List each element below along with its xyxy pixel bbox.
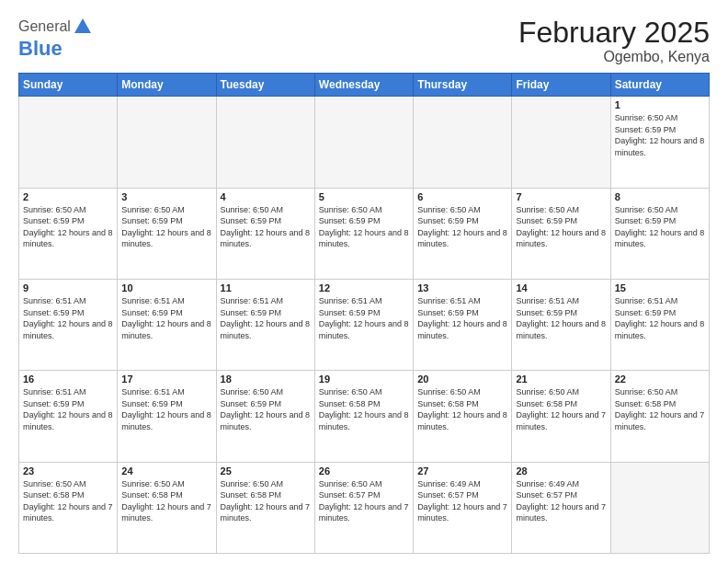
weekday-header-saturday: Saturday — [610, 74, 709, 97]
day-info: Sunrise: 6:50 AM Sunset: 6:58 PM Dayligh… — [615, 386, 705, 432]
calendar-cell: 12Sunrise: 6:51 AM Sunset: 6:59 PM Dayli… — [314, 279, 413, 370]
day-number: 13 — [417, 282, 507, 293]
day-number: 24 — [121, 465, 211, 477]
calendar-cell: 23Sunrise: 6:50 AM Sunset: 6:58 PM Dayli… — [19, 462, 118, 553]
calendar-table: SundayMondayTuesdayWednesdayThursdayFrid… — [18, 73, 710, 554]
calendar-cell — [19, 97, 118, 188]
weekday-header-friday: Friday — [512, 74, 610, 97]
weekday-header-thursday: Thursday — [414, 74, 512, 97]
page: General Blue February 2025 Ogembo, Kenya… — [0, 0, 728, 563]
day-number: 8 — [615, 191, 705, 202]
calendar-cell: 22Sunrise: 6:50 AM Sunset: 6:58 PM Dayli… — [610, 371, 709, 462]
calendar-cell: 4Sunrise: 6:50 AM Sunset: 6:59 PM Daylig… — [216, 188, 314, 279]
day-info: Sunrise: 6:50 AM Sunset: 6:59 PM Dayligh… — [615, 112, 705, 158]
calendar-cell: 24Sunrise: 6:50 AM Sunset: 6:58 PM Dayli… — [118, 462, 216, 553]
weekday-header-tuesday: Tuesday — [216, 74, 314, 97]
day-number: 9 — [23, 282, 113, 293]
logo-icon — [73, 17, 93, 37]
day-info: Sunrise: 6:51 AM Sunset: 6:59 PM Dayligh… — [121, 295, 211, 341]
day-number: 21 — [516, 373, 606, 385]
day-info: Sunrise: 6:50 AM Sunset: 6:59 PM Dayligh… — [221, 204, 311, 250]
day-info: Sunrise: 6:51 AM Sunset: 6:59 PM Dayligh… — [615, 295, 705, 341]
day-number: 12 — [319, 282, 409, 293]
day-number: 27 — [417, 465, 507, 477]
day-number: 2 — [23, 191, 113, 202]
calendar-cell: 2Sunrise: 6:50 AM Sunset: 6:59 PM Daylig… — [19, 188, 118, 279]
day-info: Sunrise: 6:51 AM Sunset: 6:59 PM Dayligh… — [23, 295, 113, 341]
day-info: Sunrise: 6:50 AM Sunset: 6:59 PM Dayligh… — [615, 204, 705, 250]
day-info: Sunrise: 6:50 AM Sunset: 6:58 PM Dayligh… — [221, 478, 311, 524]
day-info: Sunrise: 6:50 AM Sunset: 6:59 PM Dayligh… — [417, 204, 507, 250]
calendar-cell: 9Sunrise: 6:51 AM Sunset: 6:59 PM Daylig… — [19, 279, 118, 370]
day-info: Sunrise: 6:51 AM Sunset: 6:59 PM Dayligh… — [319, 295, 409, 341]
calendar-cell: 27Sunrise: 6:49 AM Sunset: 6:57 PM Dayli… — [414, 462, 512, 553]
day-info: Sunrise: 6:51 AM Sunset: 6:59 PM Dayligh… — [417, 295, 507, 341]
logo: General Blue — [18, 17, 93, 61]
day-info: Sunrise: 6:50 AM Sunset: 6:59 PM Dayligh… — [221, 386, 311, 432]
day-info: Sunrise: 6:50 AM Sunset: 6:58 PM Dayligh… — [417, 386, 507, 432]
calendar-cell: 3Sunrise: 6:50 AM Sunset: 6:59 PM Daylig… — [118, 188, 216, 279]
day-info: Sunrise: 6:51 AM Sunset: 6:59 PM Dayligh… — [221, 295, 311, 341]
calendar-cell: 18Sunrise: 6:50 AM Sunset: 6:59 PM Dayli… — [216, 371, 314, 462]
calendar-cell: 16Sunrise: 6:51 AM Sunset: 6:59 PM Dayli… — [19, 371, 118, 462]
day-info: Sunrise: 6:50 AM Sunset: 6:59 PM Dayligh… — [121, 204, 211, 250]
calendar-cell: 1Sunrise: 6:50 AM Sunset: 6:59 PM Daylig… — [610, 97, 709, 188]
calendar-cell: 20Sunrise: 6:50 AM Sunset: 6:58 PM Dayli… — [414, 371, 512, 462]
calendar-cell — [512, 97, 610, 188]
day-number: 22 — [615, 373, 705, 385]
weekday-header-monday: Monday — [118, 74, 216, 97]
calendar-cell: 11Sunrise: 6:51 AM Sunset: 6:59 PM Dayli… — [216, 279, 314, 370]
calendar-cell: 25Sunrise: 6:50 AM Sunset: 6:58 PM Dayli… — [216, 462, 314, 553]
day-number: 25 — [221, 465, 311, 477]
day-number: 7 — [516, 191, 606, 202]
day-number: 16 — [23, 373, 113, 385]
day-number: 11 — [221, 282, 311, 293]
calendar-cell: 17Sunrise: 6:51 AM Sunset: 6:59 PM Dayli… — [118, 371, 216, 462]
calendar-cell — [118, 97, 216, 188]
logo-general-text: General — [18, 18, 71, 35]
day-number: 28 — [516, 465, 606, 477]
day-info: Sunrise: 6:50 AM Sunset: 6:58 PM Dayligh… — [516, 386, 606, 432]
day-number: 18 — [221, 373, 311, 385]
weekday-header-wednesday: Wednesday — [314, 74, 413, 97]
day-info: Sunrise: 6:50 AM Sunset: 6:59 PM Dayligh… — [319, 204, 409, 250]
day-info: Sunrise: 6:51 AM Sunset: 6:59 PM Dayligh… — [516, 295, 606, 341]
day-number: 23 — [23, 465, 113, 477]
logo-blue-text: Blue — [18, 37, 93, 61]
day-number: 20 — [417, 373, 507, 385]
day-info: Sunrise: 6:50 AM Sunset: 6:57 PM Dayligh… — [319, 478, 409, 524]
calendar-cell — [414, 97, 512, 188]
day-info: Sunrise: 6:51 AM Sunset: 6:59 PM Dayligh… — [23, 386, 113, 432]
calendar-cell: 19Sunrise: 6:50 AM Sunset: 6:58 PM Dayli… — [314, 371, 413, 462]
calendar-cell: 7Sunrise: 6:50 AM Sunset: 6:59 PM Daylig… — [512, 188, 610, 279]
day-number: 5 — [319, 191, 409, 202]
day-info: Sunrise: 6:51 AM Sunset: 6:59 PM Dayligh… — [121, 386, 211, 432]
location: Ogembo, Kenya — [518, 49, 710, 65]
calendar-cell: 14Sunrise: 6:51 AM Sunset: 6:59 PM Dayli… — [512, 279, 610, 370]
calendar-cell — [216, 97, 314, 188]
day-number: 4 — [221, 191, 311, 202]
day-info: Sunrise: 6:50 AM Sunset: 6:58 PM Dayligh… — [23, 478, 113, 524]
day-number: 6 — [417, 191, 507, 202]
weekday-header-sunday: Sunday — [19, 74, 118, 97]
day-number: 26 — [319, 465, 409, 477]
day-info: Sunrise: 6:49 AM Sunset: 6:57 PM Dayligh… — [417, 478, 507, 524]
svg-marker-0 — [74, 18, 91, 33]
calendar-cell: 10Sunrise: 6:51 AM Sunset: 6:59 PM Dayli… — [118, 279, 216, 370]
header: General Blue February 2025 Ogembo, Kenya — [18, 17, 710, 65]
day-info: Sunrise: 6:49 AM Sunset: 6:57 PM Dayligh… — [516, 478, 606, 524]
day-number: 19 — [319, 373, 409, 385]
month-title: February 2025 — [518, 17, 710, 49]
day-number: 3 — [121, 191, 211, 202]
title-block: February 2025 Ogembo, Kenya — [518, 17, 710, 65]
day-info: Sunrise: 6:50 AM Sunset: 6:58 PM Dayligh… — [121, 478, 211, 524]
calendar-cell: 28Sunrise: 6:49 AM Sunset: 6:57 PM Dayli… — [512, 462, 610, 553]
day-info: Sunrise: 6:50 AM Sunset: 6:59 PM Dayligh… — [23, 204, 113, 250]
calendar-cell — [314, 97, 413, 188]
day-number: 10 — [121, 282, 211, 293]
calendar-cell: 15Sunrise: 6:51 AM Sunset: 6:59 PM Dayli… — [610, 279, 709, 370]
calendar-cell: 21Sunrise: 6:50 AM Sunset: 6:58 PM Dayli… — [512, 371, 610, 462]
calendar-cell: 26Sunrise: 6:50 AM Sunset: 6:57 PM Dayli… — [314, 462, 413, 553]
day-number: 1 — [615, 99, 705, 110]
calendar-cell: 13Sunrise: 6:51 AM Sunset: 6:59 PM Dayli… — [414, 279, 512, 370]
